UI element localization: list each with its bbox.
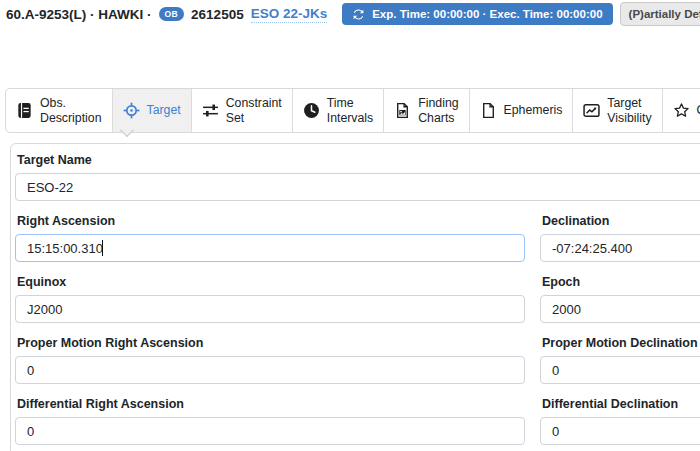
target-form-panel: Target Name Right Ascension Declination … [10,143,700,451]
ob-tab-bar: Obs. Description Target Constraint Set [5,88,700,133]
tab-finding-charts[interactable]: Finding Charts [384,89,469,132]
differential-ra-label: Differential Right Ascension [17,397,525,411]
ob-type-badge: OB [159,7,185,22]
sliders-icon [202,102,219,119]
image-file-icon [394,102,411,119]
journal-icon [16,102,33,119]
tab-label: Obs. Description [40,96,102,124]
tab-constraint-set[interactable]: Constraint Set [192,89,293,132]
star-icon [673,102,690,119]
program-instrument-title: 60.A-9253(L) · HAWKI · [6,7,152,22]
tab-label: Ephemeris [504,103,563,117]
declination-input[interactable] [540,234,700,262]
right-ascension-input[interactable] [15,234,525,262]
ob-id: 2612505 [191,7,244,22]
ob-status-badge: (P)artially Defined [620,2,700,26]
tab-obs-description[interactable]: Obs. Description [6,89,113,132]
differential-dec-label: Differential Declination [542,397,700,411]
execution-time-text: Exp. Time: 00:00:00 · Exec. Time: 00:00:… [372,6,602,22]
tab-label: Constraint Set [226,96,282,124]
tab-label: Finding Charts [418,96,458,124]
proper-motion-ra-label: Proper Motion Right Ascension [17,336,525,350]
epoch-label: Epoch [542,275,700,289]
differential-ra-input[interactable] [15,417,525,445]
chart-icon [583,102,600,119]
ob-header: 60.A-9253(L) · HAWKI · OB 2612505 ESO 22… [6,3,696,25]
tab-label: Target Visibility [607,96,651,124]
epoch-input[interactable] [540,295,700,323]
proper-motion-dec-label: Proper Motion Declination [542,336,700,350]
execution-time-badge[interactable]: Exp. Time: 00:00:00 · Exec. Time: 00:00:… [342,3,612,25]
tab-label: Time Intervals [327,96,373,124]
crosshair-icon [123,102,140,119]
equinox-input[interactable] [15,295,525,323]
file-icon [480,102,497,119]
tab-time-intervals[interactable]: Time Intervals [293,89,384,132]
target-name-input[interactable] [15,173,700,201]
text-caret [102,240,103,256]
declination-label: Declination [542,214,700,228]
tab-ephemeris[interactable]: Ephemeris [470,89,574,132]
tab-target-visibility[interactable]: Target Visibility [573,89,662,132]
right-ascension-label: Right Ascension [17,214,525,228]
target-name-label: Target Name [17,153,700,167]
clock-icon [303,102,320,119]
tab-label: Target [147,103,181,117]
refresh-icon[interactable] [352,8,365,21]
tab-label: ObsPrep [697,103,700,117]
equinox-label: Equinox [17,275,525,289]
proper-motion-ra-input[interactable] [15,356,525,384]
ob-name-link[interactable]: ESO 22-JKs [251,6,328,23]
proper-motion-dec-input[interactable] [540,356,700,384]
tab-obsprep[interactable]: ObsPrep [663,89,700,132]
differential-dec-input[interactable] [540,417,700,445]
